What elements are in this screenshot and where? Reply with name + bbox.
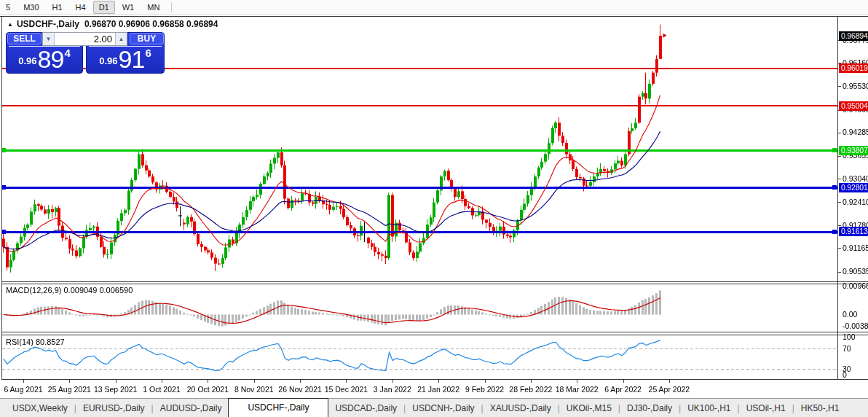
timeframe-button-h4[interactable]: H4 (70, 1, 92, 14)
timeframe-button-h1[interactable]: H1 (47, 1, 68, 14)
tick-mark (577, 380, 577, 383)
date-axis-label: 13 Sep 2021 (94, 385, 138, 394)
chart-symbol-label: USDCHF-,Daily (17, 19, 79, 29)
chart-tab-usdcad[interactable]: USDCAD-,Daily (328, 400, 403, 417)
sell-price: 0.96 89 4 (7, 47, 82, 73)
price-level-label[interactable]: 0.91613 (839, 227, 868, 236)
price-level-label[interactable]: 0.96019 (839, 63, 868, 73)
timeframe-button-5[interactable]: 5 (0, 1, 16, 14)
pane-border (1, 16, 2, 380)
pane-border (1, 284, 868, 284)
macd-axis-tick: 0.009663 (843, 281, 868, 290)
rsi-indicator-label: RSI(14) 80.8527 (6, 338, 65, 346)
price-axis-tick: 0.95530 (843, 82, 868, 90)
one-click-trading-panel: 0.96 89 4 0.96 91 6 SELL BUY ▾ 2.00 ▴ (6, 32, 165, 74)
pane-border (1, 335, 868, 335)
pane-border (1, 379, 868, 380)
pane-border (0, 16, 868, 17)
buy-price: 0.96 91 6 (87, 47, 164, 73)
chart-tab-usdchf[interactable]: USDCHF-,Daily (228, 398, 328, 417)
chart-title: ▲USDCHF-,Daily0.96870 0.96906 0.96858 0.… (7, 19, 218, 29)
tick-mark (623, 380, 624, 383)
price-axis-tick: 0.90535 (843, 267, 868, 276)
chart-tab-ukoil[interactable]: UKOil-,M15 (560, 400, 618, 417)
tick-mark (392, 380, 393, 383)
chart-tab-uk100[interactable]: UK100-,H1 (681, 400, 737, 417)
date-axis-label: 18 Mar 2022 (556, 385, 599, 394)
tick-mark (23, 380, 24, 383)
chart-tab-usdx[interactable]: USDX,Weekly (6, 400, 74, 417)
app-window: 5M30H1H4D1W1MN ▲USDCHF-,Daily0.96870 0.9… (0, 0, 868, 417)
chart-tab-xauusd[interactable]: XAUUSD-,Daily (484, 400, 558, 417)
rsi-axis-tick: 70 (843, 344, 851, 353)
volume-spinner: ▾ 2.00 ▴ (42, 32, 127, 46)
tick-mark (669, 380, 670, 383)
date-axis-label: 8 Nov 2021 (234, 385, 274, 394)
price-axis-tick: 0.92410 (843, 198, 868, 206)
price-axis-tick: 0.94285 (843, 128, 868, 136)
rsi-axis-tick: 0 (843, 370, 847, 379)
chart-ohlc-values: 0.96870 0.96906 0.96858 0.96894 (84, 19, 218, 29)
volume-input[interactable]: 2.00 (55, 33, 115, 45)
current-price-label: 0.96894 (839, 31, 868, 41)
macd-indicator-label: MACD(12,26,9) 0.009049 0.006590 (6, 286, 133, 295)
date-axis-label: 20 Oct 2021 (187, 385, 229, 394)
chart-tab-audusd[interactable]: AUDUSD-,Daily (154, 400, 229, 417)
timeframe-toolbar: 5M30H1H4D1W1MN (0, 0, 868, 15)
date-axis-label: 28 Feb 2022 (509, 385, 552, 394)
tick-mark (69, 380, 70, 383)
tick-mark (838, 156, 841, 157)
buy-price-prefix: 0.96 (99, 55, 117, 66)
tick-mark (438, 380, 439, 383)
chart-tab-bar: USDX,Weekly|EURUSD-,Daily|AUDUSD-,DailyU… (0, 398, 868, 417)
timeframe-button-d1[interactable]: D1 (93, 1, 115, 14)
sell-price-pip: 4 (64, 47, 70, 59)
volume-decrease-button[interactable]: ▾ (43, 33, 55, 45)
buy-price-pip: 6 (145, 47, 151, 59)
tick-mark (116, 380, 117, 383)
date-axis-label: 9 Feb 2022 (465, 385, 504, 394)
price-level-label[interactable]: 0.95004 (839, 101, 868, 111)
toolbar-separator (171, 2, 172, 12)
pane-border (837, 16, 838, 380)
pane-border (1, 281, 868, 282)
tick-mark (531, 380, 532, 383)
date-axis-label: 6 Apr 2022 (604, 385, 642, 394)
volume-increase-button[interactable]: ▴ (115, 33, 127, 45)
timeframe-button-mn[interactable]: MN (141, 1, 165, 14)
price-level-label[interactable]: 0.92801 (839, 183, 868, 192)
tick-mark (254, 380, 255, 383)
chart-tab-eurusd[interactable]: EURUSD-,Daily (76, 400, 151, 417)
tick-mark (838, 202, 841, 203)
date-axis-label: 1 Oct 2021 (143, 385, 180, 394)
chart-tab-hk50[interactable]: HK50-,H1 (794, 400, 846, 417)
date-axis-label: 21 Jan 2022 (417, 385, 459, 394)
sell-price-prefix: 0.96 (18, 55, 36, 66)
timeframe-button-m30[interactable]: M30 (17, 1, 44, 14)
date-axis-label: 15 Dec 2021 (325, 385, 368, 394)
buy-price-big: 91 (119, 49, 145, 70)
timeframe-button-w1[interactable]: W1 (117, 1, 141, 14)
tick-mark (346, 380, 347, 383)
price-level-label[interactable]: 0.93807 (839, 146, 868, 155)
date-axis-label: 25 Apr 2022 (649, 385, 690, 394)
price-axis-tick: 0.91165 (843, 243, 868, 252)
date-axis-label: 3 Jan 2022 (374, 385, 411, 394)
tick-mark (838, 225, 841, 226)
tick-mark (838, 248, 841, 249)
sell-button[interactable]: SELL (7, 33, 42, 44)
chart-tab-dj30[interactable]: DJ30-,Daily (620, 400, 679, 417)
macd-axis-tick: -0.00384 (843, 321, 868, 330)
date-axis-label: 26 Nov 2021 (278, 385, 322, 394)
tick-mark (838, 272, 841, 273)
price-axis-tick: 0.93040 (843, 174, 868, 183)
rsi-axis-tick: 100 (843, 332, 856, 341)
chart-tab-usdcnh[interactable]: USDCNH-,Daily (406, 400, 481, 417)
tick-mark (838, 86, 841, 87)
date-axis-label: 25 Aug 2021 (48, 385, 91, 394)
buy-button[interactable]: BUY (130, 33, 164, 44)
collapse-panel-icon[interactable]: ▲ (7, 21, 13, 28)
chart-tab-usoil[interactable]: USOil-,H1 (740, 400, 792, 417)
pane-border (1, 332, 868, 332)
tick-mark (485, 380, 486, 383)
